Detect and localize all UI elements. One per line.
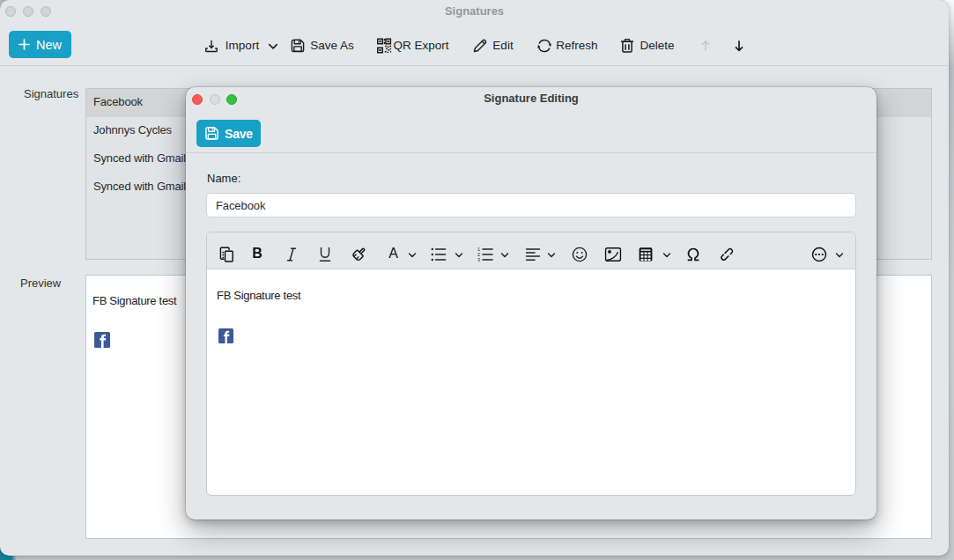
svg-text:3: 3 [477, 256, 480, 262]
